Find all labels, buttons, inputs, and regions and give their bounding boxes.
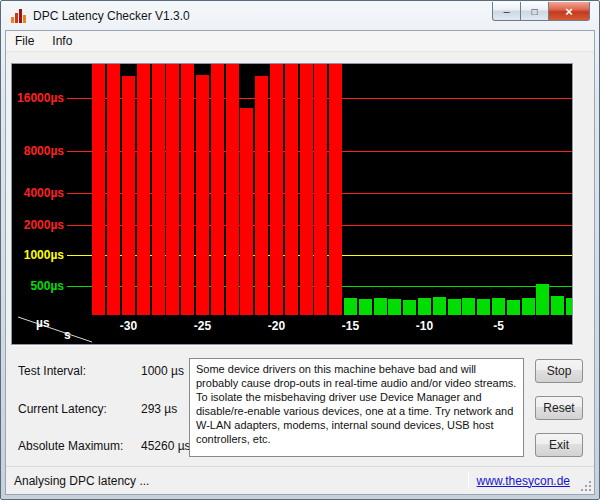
latency-bar (536, 284, 549, 315)
exit-button[interactable]: Exit (535, 433, 583, 457)
x-axis-tick: -20 (268, 319, 285, 333)
latency-chart: 16000µs8000µs4000µs2000µs1000µs500µs µs … (11, 63, 573, 345)
latency-bar (211, 64, 224, 315)
resize-grip[interactable] (579, 479, 593, 493)
y-axis-label-500us: 500µs (12, 279, 64, 293)
thesycon-link[interactable]: www.thesycon.de (477, 474, 570, 488)
x-axis-tick: -25 (194, 319, 211, 333)
diagnostic-message: Some device drivers on this machine beha… (189, 358, 524, 457)
menu-item-info[interactable]: Info (43, 31, 81, 51)
window-title: DPC Latency Checker V1.3.0 (33, 9, 190, 23)
latency-bar (359, 299, 372, 315)
x-axis-tick: -15 (342, 319, 359, 333)
latency-bar (433, 297, 446, 315)
latency-bar (329, 64, 342, 315)
latency-bar (240, 108, 253, 315)
window-content: File Info 16000µs8000µs4000µs2000µs1000µ… (5, 30, 595, 495)
current-latency-value: 293 µs (141, 402, 177, 416)
close-button[interactable]: × (549, 2, 590, 21)
x-unit-label: s (64, 328, 71, 342)
current-latency-label: Current Latency: (18, 402, 107, 416)
latency-bar (344, 298, 357, 315)
chart-x-axis: µs s -30-25-20-15-10-5 (12, 315, 572, 344)
latency-bar (522, 298, 535, 315)
y-axis-label-2000us: 2000µs (12, 218, 64, 232)
reset-button[interactable]: Reset (535, 396, 583, 420)
latency-bar (122, 76, 135, 315)
latency-bar (196, 75, 209, 315)
status-text: Analysing DPC latency ... (14, 474, 468, 488)
maximize-button[interactable]: □ (521, 2, 549, 21)
axis-diagonal (12, 315, 94, 344)
latency-bar (566, 298, 572, 315)
y-axis-label-8000us: 8000µs (12, 144, 64, 158)
menu-bar: File Info (6, 31, 594, 52)
latency-bar (477, 299, 490, 315)
latency-bar (462, 298, 475, 315)
latency-bar (285, 64, 298, 315)
latency-bar (300, 64, 313, 315)
latency-bar (152, 64, 165, 315)
latency-bar (403, 300, 416, 315)
latency-bar (92, 64, 105, 315)
latency-bar (374, 298, 387, 315)
latency-bar (492, 298, 505, 315)
latency-bar (166, 64, 179, 315)
close-icon: × (565, 4, 573, 19)
latency-bar (551, 296, 564, 315)
stop-button[interactable]: Stop (535, 359, 583, 383)
minimize-button[interactable]: – (492, 2, 521, 21)
axis-unit-corner: µs s (12, 315, 94, 344)
window-controls: – □ × (492, 2, 590, 21)
status-bar: Analysing DPC latency ... www.thesycon.d… (6, 466, 594, 494)
latency-bar (226, 64, 239, 315)
latency-bar (418, 298, 431, 315)
latency-bar (107, 64, 120, 315)
latency-bar (388, 299, 401, 315)
x-axis-tick: -10 (416, 319, 433, 333)
app-window: DPC Latency Checker V1.3.0 – □ × File In… (0, 0, 600, 500)
latency-bar (507, 300, 520, 315)
minimize-icon: – (503, 5, 509, 17)
latency-bar (255, 76, 268, 315)
test-interval-label: Test Interval: (18, 364, 86, 378)
y-unit-label: µs (36, 316, 50, 330)
y-axis-label-16000us: 16000µs (12, 91, 64, 105)
latency-bar (270, 64, 283, 315)
x-axis-tick: -5 (493, 319, 504, 333)
chart-plot-area: 16000µs8000µs4000µs2000µs1000µs500µs (12, 64, 572, 315)
x-axis-tick: -30 (120, 319, 137, 333)
maximize-icon: □ (531, 6, 537, 17)
y-axis-label-1000us: 1000µs (12, 248, 64, 262)
absolute-maximum-value: 45260 µs (141, 439, 191, 453)
titlebar[interactable]: DPC Latency Checker V1.3.0 – □ × (1, 1, 599, 30)
y-axis-label-4000us: 4000µs (12, 186, 64, 200)
latency-bar (448, 299, 461, 315)
latency-bar (137, 64, 150, 315)
latency-bar (314, 64, 327, 315)
absolute-maximum-label: Absolute Maximum: (18, 439, 123, 453)
status-separator (468, 473, 469, 489)
latency-bar (181, 64, 194, 315)
app-icon (10, 8, 26, 24)
menu-item-file[interactable]: File (6, 31, 43, 51)
test-interval-value: 1000 µs (141, 364, 184, 378)
